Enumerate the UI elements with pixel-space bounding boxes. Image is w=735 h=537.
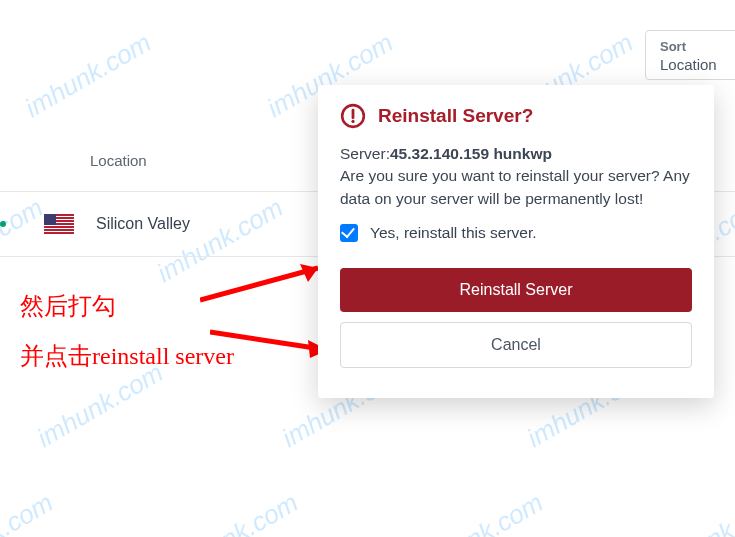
us-flag-icon [44, 214, 74, 234]
server-label: Server: [340, 145, 390, 162]
sort-label: Sort [660, 39, 735, 54]
server-value: 45.32.140.159 hunkwp [390, 145, 552, 162]
confirm-text: Are you sure you want to reinstall your … [340, 167, 690, 206]
confirm-checkbox[interactable]: Yes, reinstall this server. [340, 224, 692, 242]
svg-line-0 [200, 268, 318, 300]
annotation-checkbox-hint: 然后打勾 [20, 290, 116, 322]
reinstall-modal: Reinstall Server? Server:45.32.140.159 h… [318, 85, 714, 398]
modal-body: Server:45.32.140.159 hunkwp Are you sure… [340, 143, 692, 210]
cancel-button[interactable]: Cancel [340, 322, 692, 368]
status-dot-icon [0, 221, 6, 227]
modal-title: Reinstall Server? [378, 105, 533, 127]
annotation-button-hint: 并点击reinstall server [20, 340, 234, 372]
checkbox-label: Yes, reinstall this server. [370, 224, 537, 242]
sort-value: Location [660, 56, 735, 73]
alert-circle-icon [340, 103, 366, 129]
checkbox-checked-icon [340, 224, 358, 242]
location-name: Silicon Valley [96, 215, 190, 233]
sort-dropdown[interactable]: Sort Location [645, 30, 735, 80]
svg-point-6 [351, 120, 354, 123]
reinstall-button[interactable]: Reinstall Server [340, 268, 692, 312]
